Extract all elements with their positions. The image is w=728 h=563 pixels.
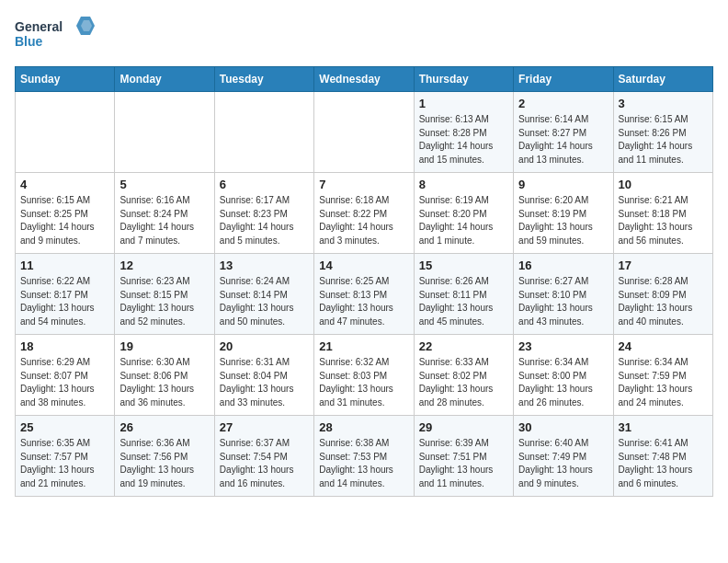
calendar-cell: 27Sunrise: 6:37 AM Sunset: 7:54 PM Dayli… [214, 416, 313, 497]
day-number: 9 [518, 178, 608, 191]
day-number: 21 [319, 339, 408, 353]
calendar-day-header: Sunday [16, 67, 115, 92]
calendar-cell [214, 92, 313, 173]
calendar-header-row: SundayMondayTuesdayWednesdayThursdayFrid… [16, 67, 713, 92]
day-info: Sunrise: 6:14 AM Sunset: 8:27 PM Dayligh… [518, 113, 608, 167]
day-number: 8 [419, 178, 508, 191]
day-info: Sunrise: 6:22 AM Sunset: 8:17 PM Dayligh… [20, 275, 109, 328]
day-number: 2 [518, 97, 608, 110]
day-info: Sunrise: 6:28 AM Sunset: 8:09 PM Dayligh… [619, 275, 708, 328]
calendar-cell: 25Sunrise: 6:35 AM Sunset: 7:57 PM Dayli… [16, 416, 115, 497]
svg-text:Blue: Blue [15, 34, 43, 49]
calendar-cell: 8Sunrise: 6:19 AM Sunset: 8:20 PM Daylig… [414, 173, 513, 254]
calendar-cell: 2Sunrise: 6:14 AM Sunset: 8:27 PM Daylig… [514, 92, 613, 173]
day-number: 12 [119, 259, 209, 272]
day-number: 16 [518, 259, 608, 272]
calendar-day-header: Wednesday [314, 67, 414, 92]
day-info: Sunrise: 6:35 AM Sunset: 7:57 PM Dayligh… [20, 437, 109, 490]
day-number: 7 [319, 178, 408, 191]
day-number: 17 [619, 259, 708, 272]
day-info: Sunrise: 6:16 AM Sunset: 8:24 PM Dayligh… [119, 194, 209, 247]
day-info: Sunrise: 6:41 AM Sunset: 7:48 PM Dayligh… [619, 437, 708, 490]
day-number: 5 [119, 178, 209, 191]
calendar-week-row: 18Sunrise: 6:29 AM Sunset: 8:07 PM Dayli… [16, 335, 713, 416]
day-number: 27 [220, 420, 309, 434]
calendar-cell: 15Sunrise: 6:26 AM Sunset: 8:11 PM Dayli… [414, 254, 513, 335]
calendar-table: SundayMondayTuesdayWednesdayThursdayFrid… [15, 66, 713, 497]
calendar-week-row: 11Sunrise: 6:22 AM Sunset: 8:17 PM Dayli… [16, 254, 713, 335]
calendar-cell: 9Sunrise: 6:20 AM Sunset: 8:19 PM Daylig… [514, 173, 613, 254]
calendar-cell [115, 92, 214, 173]
day-info: Sunrise: 6:39 AM Sunset: 7:51 PM Dayligh… [419, 437, 508, 490]
calendar-cell: 29Sunrise: 6:39 AM Sunset: 7:51 PM Dayli… [414, 416, 513, 497]
calendar-cell: 20Sunrise: 6:31 AM Sunset: 8:04 PM Dayli… [214, 335, 313, 416]
day-info: Sunrise: 6:15 AM Sunset: 8:26 PM Dayligh… [619, 113, 708, 167]
day-info: Sunrise: 6:15 AM Sunset: 8:25 PM Dayligh… [20, 194, 109, 247]
day-info: Sunrise: 6:25 AM Sunset: 8:13 PM Dayligh… [319, 275, 408, 328]
day-info: Sunrise: 6:29 AM Sunset: 8:07 PM Dayligh… [20, 356, 109, 409]
calendar-day-header: Monday [115, 67, 214, 92]
calendar-cell: 16Sunrise: 6:27 AM Sunset: 8:10 PM Dayli… [514, 254, 613, 335]
calendar-cell: 3Sunrise: 6:15 AM Sunset: 8:26 PM Daylig… [613, 92, 712, 173]
calendar-body: 1Sunrise: 6:13 AM Sunset: 8:28 PM Daylig… [16, 92, 713, 497]
day-number: 26 [119, 420, 209, 434]
calendar-cell: 26Sunrise: 6:36 AM Sunset: 7:56 PM Dayli… [115, 416, 214, 497]
logo-svg: General Blue [15, 15, 97, 55]
calendar-cell: 30Sunrise: 6:40 AM Sunset: 7:49 PM Dayli… [514, 416, 613, 497]
page-header: General Blue [15, 15, 713, 55]
day-number: 28 [319, 420, 408, 434]
calendar-cell: 24Sunrise: 6:34 AM Sunset: 7:59 PM Dayli… [613, 335, 712, 416]
calendar-week-row: 25Sunrise: 6:35 AM Sunset: 7:57 PM Dayli… [16, 416, 713, 497]
calendar-day-header: Thursday [414, 67, 513, 92]
day-number: 15 [419, 259, 508, 272]
calendar-cell: 13Sunrise: 6:24 AM Sunset: 8:14 PM Dayli… [214, 254, 313, 335]
day-info: Sunrise: 6:34 AM Sunset: 7:59 PM Dayligh… [619, 356, 708, 409]
day-info: Sunrise: 6:19 AM Sunset: 8:20 PM Dayligh… [419, 194, 508, 247]
calendar-cell: 7Sunrise: 6:18 AM Sunset: 8:22 PM Daylig… [314, 173, 414, 254]
calendar-day-header: Saturday [613, 67, 712, 92]
calendar-cell: 4Sunrise: 6:15 AM Sunset: 8:25 PM Daylig… [16, 173, 115, 254]
day-number: 31 [619, 420, 708, 434]
calendar-cell [314, 92, 414, 173]
calendar-cell: 31Sunrise: 6:41 AM Sunset: 7:48 PM Dayli… [613, 416, 712, 497]
day-number: 3 [619, 97, 708, 110]
day-number: 23 [518, 339, 608, 353]
day-number: 29 [419, 420, 508, 434]
day-info: Sunrise: 6:31 AM Sunset: 8:04 PM Dayligh… [220, 356, 309, 409]
day-number: 10 [619, 178, 708, 191]
day-info: Sunrise: 6:34 AM Sunset: 8:00 PM Dayligh… [518, 356, 608, 409]
calendar-cell [16, 92, 115, 173]
day-number: 24 [619, 339, 708, 353]
calendar-cell: 28Sunrise: 6:38 AM Sunset: 7:53 PM Dayli… [314, 416, 414, 497]
calendar-cell: 17Sunrise: 6:28 AM Sunset: 8:09 PM Dayli… [613, 254, 712, 335]
day-info: Sunrise: 6:13 AM Sunset: 8:28 PM Dayligh… [419, 113, 508, 167]
day-number: 30 [518, 420, 608, 434]
day-info: Sunrise: 6:38 AM Sunset: 7:53 PM Dayligh… [319, 437, 408, 490]
calendar-week-row: 4Sunrise: 6:15 AM Sunset: 8:25 PM Daylig… [16, 173, 713, 254]
day-number: 13 [220, 259, 309, 272]
day-info: Sunrise: 6:37 AM Sunset: 7:54 PM Dayligh… [220, 437, 309, 490]
day-number: 20 [220, 339, 309, 353]
day-number: 19 [119, 339, 209, 353]
calendar-week-row: 1Sunrise: 6:13 AM Sunset: 8:28 PM Daylig… [16, 92, 713, 173]
calendar-cell: 12Sunrise: 6:23 AM Sunset: 8:15 PM Dayli… [115, 254, 214, 335]
calendar-cell: 19Sunrise: 6:30 AM Sunset: 8:06 PM Dayli… [115, 335, 214, 416]
day-number: 11 [20, 259, 109, 272]
day-number: 14 [319, 259, 408, 272]
calendar-day-header: Friday [514, 67, 613, 92]
calendar-cell: 6Sunrise: 6:17 AM Sunset: 8:23 PM Daylig… [214, 173, 313, 254]
day-info: Sunrise: 6:26 AM Sunset: 8:11 PM Dayligh… [419, 275, 508, 328]
day-info: Sunrise: 6:20 AM Sunset: 8:19 PM Dayligh… [518, 194, 608, 247]
calendar-cell: 18Sunrise: 6:29 AM Sunset: 8:07 PM Dayli… [16, 335, 115, 416]
day-info: Sunrise: 6:40 AM Sunset: 7:49 PM Dayligh… [518, 437, 608, 490]
calendar-day-header: Tuesday [214, 67, 313, 92]
day-info: Sunrise: 6:18 AM Sunset: 8:22 PM Dayligh… [319, 194, 408, 247]
calendar-cell: 1Sunrise: 6:13 AM Sunset: 8:28 PM Daylig… [414, 92, 513, 173]
day-info: Sunrise: 6:17 AM Sunset: 8:23 PM Dayligh… [220, 194, 309, 247]
day-info: Sunrise: 6:24 AM Sunset: 8:14 PM Dayligh… [220, 275, 309, 328]
day-info: Sunrise: 6:36 AM Sunset: 7:56 PM Dayligh… [119, 437, 209, 490]
calendar-cell: 22Sunrise: 6:33 AM Sunset: 8:02 PM Dayli… [414, 335, 513, 416]
calendar-cell: 5Sunrise: 6:16 AM Sunset: 8:24 PM Daylig… [115, 173, 214, 254]
calendar-cell: 11Sunrise: 6:22 AM Sunset: 8:17 PM Dayli… [16, 254, 115, 335]
day-number: 1 [419, 97, 508, 110]
